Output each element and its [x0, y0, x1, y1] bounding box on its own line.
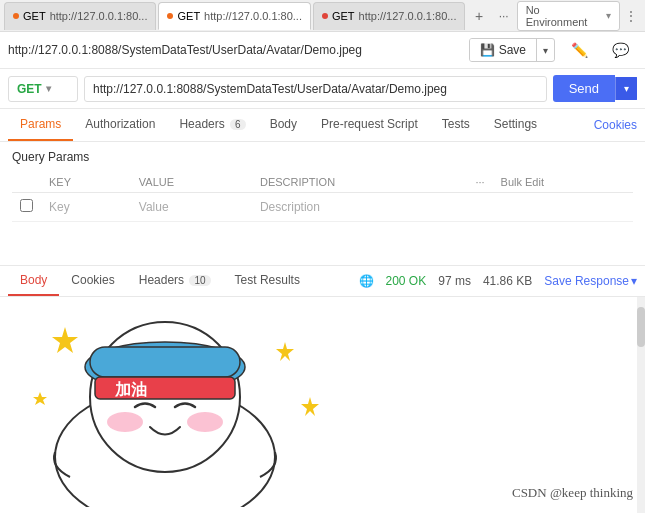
request-tabs-nav: Params Authorization Headers 6 Body Pre-…: [0, 109, 645, 142]
tab-body[interactable]: Body: [258, 109, 309, 141]
env-label: No Environment: [526, 4, 602, 28]
tab-method-2: GET: [177, 10, 200, 22]
resp-tab-cookies[interactable]: Cookies: [59, 266, 126, 296]
response-body-image: 加油 CSDN @keep thinking: [0, 297, 645, 513]
send-dropdown-arrow[interactable]: ▾: [615, 77, 637, 100]
save-response-button[interactable]: Save Response ▾: [544, 274, 637, 288]
th-check: [12, 172, 41, 193]
table-row: Key Value Description: [12, 193, 633, 222]
row-value[interactable]: Value: [131, 193, 252, 222]
cartoon-svg: 加油: [0, 297, 390, 507]
save-response-arrow: ▾: [631, 274, 637, 288]
headers-badge: 6: [230, 119, 246, 130]
star-3: [301, 397, 319, 416]
tab-add-button[interactable]: +: [467, 4, 490, 28]
tab-dot-1: [13, 13, 19, 19]
left-cheek: [107, 412, 143, 432]
params-table: KEY VALUE DESCRIPTION ··· Bulk Edit Key …: [12, 172, 633, 222]
tab-3[interactable]: GET http://127.0.0.1:80...: [313, 2, 465, 30]
empty-space: [0, 226, 645, 266]
send-button[interactable]: Send: [553, 75, 615, 102]
save-icon: 💾: [480, 43, 495, 57]
save-dropdown-arrow[interactable]: ▾: [537, 41, 554, 60]
scrollbar[interactable]: [637, 297, 645, 513]
environment-selector[interactable]: No Environment ▾: [517, 1, 620, 31]
hat-body: [90, 347, 240, 377]
response-time: 97 ms: [438, 274, 471, 288]
method-arrow-icon: ▾: [46, 83, 51, 94]
send-button-group: Send ▾: [553, 75, 637, 102]
save-label: Save: [499, 43, 526, 57]
main-container: GET http://127.0.0.1:80... GET http://12…: [0, 0, 645, 513]
url-input[interactable]: [84, 76, 547, 102]
row-actions: [493, 193, 633, 222]
tab-dot-2: [167, 13, 173, 19]
query-params-title: Query Params: [12, 150, 633, 164]
row-dots: [467, 193, 492, 222]
star-1: [52, 327, 78, 353]
tab-url-2: http://127.0.0.1:80...: [204, 10, 302, 22]
row-check[interactable]: [12, 193, 41, 222]
tab-1[interactable]: GET http://127.0.0.1:80...: [4, 2, 156, 30]
env-arrow-icon: ▾: [606, 10, 611, 21]
cartoon-image: 加油: [0, 297, 645, 507]
tab-headers[interactable]: Headers 6: [167, 109, 257, 141]
scrollbar-thumb[interactable]: [637, 307, 645, 347]
response-status-bar: 🌐 200 OK 97 ms 41.86 KB Save Response ▾: [359, 274, 638, 288]
tab-authorization[interactable]: Authorization: [73, 109, 167, 141]
right-cheek: [187, 412, 223, 432]
tab-method-3: GET: [332, 10, 355, 22]
address-row: http://127.0.0.1:8088/SystemDataTest/Use…: [0, 32, 645, 69]
th-description: DESCRIPTION: [252, 172, 467, 193]
params-section: Query Params KEY VALUE DESCRIPTION ··· B…: [0, 142, 645, 226]
request-row: GET ▾ Send ▾: [0, 69, 645, 109]
comment-icon[interactable]: 💬: [604, 38, 637, 62]
resp-tab-body[interactable]: Body: [8, 266, 59, 296]
tab-url-1: http://127.0.0.1:80...: [50, 10, 148, 22]
method-selector[interactable]: GET ▾: [8, 76, 78, 102]
save-button-main[interactable]: 💾 Save: [470, 39, 537, 61]
th-dots: ···: [467, 172, 492, 193]
response-tabs: Body Cookies Headers 10 Test Results 🌐 2…: [0, 266, 645, 297]
tab-settings[interactable]: Settings: [482, 109, 549, 141]
save-response-label: Save Response: [544, 274, 629, 288]
th-key: KEY: [41, 172, 131, 193]
tab-more-button[interactable]: ···: [493, 7, 515, 25]
row-description[interactable]: Description: [252, 193, 467, 222]
resp-tab-headers[interactable]: Headers 10: [127, 266, 223, 296]
row-key[interactable]: Key: [41, 193, 131, 222]
headband-text-1: 加油: [114, 381, 147, 398]
star-4: [33, 392, 47, 405]
tab-params[interactable]: Params: [8, 109, 73, 141]
globe-icon: 🌐: [359, 274, 374, 288]
resp-headers-badge: 10: [189, 275, 210, 286]
tab-2[interactable]: GET http://127.0.0.1:80...: [158, 2, 310, 30]
th-value: VALUE: [131, 172, 252, 193]
star-2: [276, 342, 294, 361]
save-button-group: 💾 Save ▾: [469, 38, 555, 62]
cookies-link[interactable]: Cookies: [594, 110, 637, 140]
method-value: GET: [17, 82, 42, 96]
bulk-edit-button[interactable]: Bulk Edit: [493, 172, 633, 193]
more-options-icon[interactable]: ⋮: [622, 9, 641, 23]
tab-bar: GET http://127.0.0.1:80... GET http://12…: [0, 0, 645, 32]
address-url: http://127.0.0.1:8088/SystemDataTest/Use…: [8, 43, 461, 57]
resp-tab-test-results[interactable]: Test Results: [223, 266, 312, 296]
response-size: 41.86 KB: [483, 274, 532, 288]
tab-method-1: GET: [23, 10, 46, 22]
status-ok: 200 OK: [386, 274, 427, 288]
tab-url-3: http://127.0.0.1:80...: [359, 10, 457, 22]
tab-tests[interactable]: Tests: [430, 109, 482, 141]
tab-pre-request[interactable]: Pre-request Script: [309, 109, 430, 141]
row-checkbox[interactable]: [20, 199, 33, 212]
tab-dot-3: [322, 13, 328, 19]
edit-icon[interactable]: ✏️: [563, 38, 596, 62]
watermark: CSDN @keep thinking: [512, 485, 633, 501]
